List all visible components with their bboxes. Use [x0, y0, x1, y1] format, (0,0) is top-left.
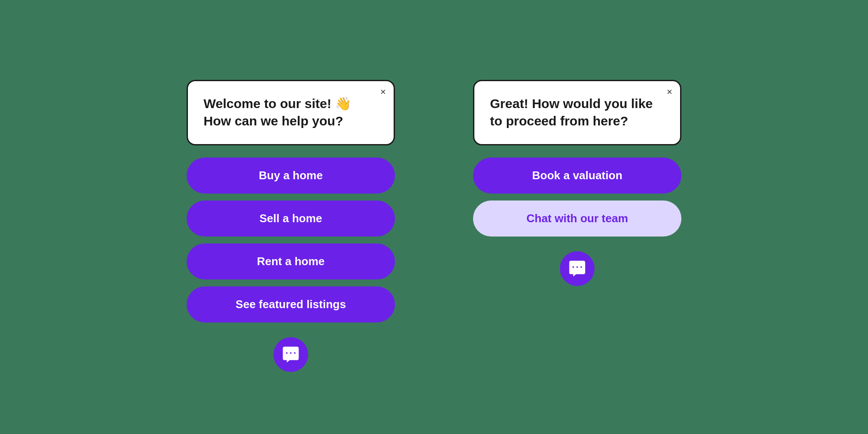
welcome-message-text: Welcome to our site! 👋 How can we help y…: [204, 95, 378, 130]
book-valuation-button[interactable]: Book a valuation: [473, 158, 681, 194]
buy-home-button[interactable]: Buy a home: [187, 158, 395, 194]
panel-right: × Great! How would you like to proceed f…: [473, 80, 681, 286]
proceed-message-box: × Great! How would you like to proceed f…: [473, 80, 681, 145]
chat-bubble-icon-2: [568, 259, 587, 278]
sell-home-button[interactable]: Sell a home: [187, 201, 395, 237]
proceed-message-text: Great! How would you like to proceed fro…: [490, 95, 664, 130]
close-button-right[interactable]: ×: [667, 87, 672, 97]
chat-bubble-icon: [281, 345, 300, 364]
rent-home-button[interactable]: Rent a home: [187, 243, 395, 279]
chat-team-button[interactable]: Chat with our team: [473, 201, 681, 237]
main-container: × Welcome to our site! 👋 How can we help…: [187, 62, 681, 372]
panel-left: × Welcome to our site! 👋 How can we help…: [187, 80, 395, 372]
chat-trigger-icon-left[interactable]: [273, 337, 308, 372]
close-button-left[interactable]: ×: [380, 87, 386, 97]
welcome-message-box: × Welcome to our site! 👋 How can we help…: [187, 80, 395, 145]
chat-trigger-icon-right[interactable]: [560, 251, 595, 286]
see-listings-button[interactable]: See featured listings: [187, 286, 395, 322]
